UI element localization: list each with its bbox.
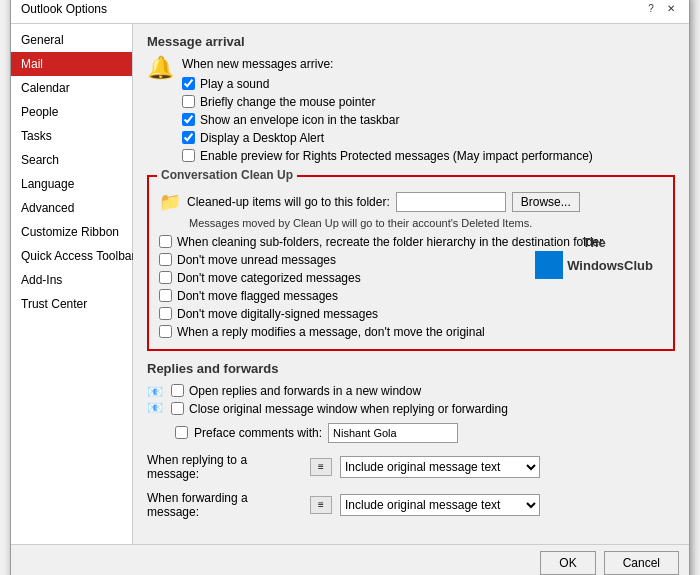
open-reply-label: Open replies and forwards in a new windo… bbox=[189, 384, 421, 398]
play-sound-option[interactable]: Play a sound bbox=[182, 77, 593, 91]
watermark-logo: The WindowsClub bbox=[535, 235, 653, 282]
flagged-option[interactable]: Don't move flagged messages bbox=[159, 289, 663, 303]
sidebar-item-people[interactable]: People bbox=[11, 100, 132, 124]
open-reply-checkbox[interactable] bbox=[171, 384, 184, 397]
arrival-row: 🔔 When new messages arrive: Play a sound… bbox=[147, 57, 675, 163]
outlook-options-dialog: Outlook Options ? ✕ General Mail Calenda… bbox=[10, 0, 690, 575]
signed-option[interactable]: Don't move digitally-signed messages bbox=[159, 307, 663, 321]
play-sound-label: Play a sound bbox=[200, 77, 269, 91]
close-button[interactable]: ✕ bbox=[663, 1, 679, 17]
preface-input[interactable] bbox=[328, 423, 458, 443]
folder-input[interactable] bbox=[396, 192, 506, 212]
forward-dropdown-label: When forwarding a message: bbox=[147, 491, 302, 519]
categorized-label: Don't move categorized messages bbox=[177, 271, 361, 285]
dialog-body: General Mail Calendar People Tasks Searc… bbox=[11, 24, 689, 544]
sidebar-item-quick-access[interactable]: Quick Access Toolbar bbox=[11, 244, 132, 268]
mouse-pointer-option[interactable]: Briefly change the mouse pointer bbox=[182, 95, 593, 109]
envelope-icon-label: Show an envelope icon in the taskbar bbox=[200, 113, 399, 127]
close-original-checkbox[interactable] bbox=[171, 402, 184, 415]
sidebar-item-search[interactable]: Search bbox=[11, 148, 132, 172]
forward-dropdown-row: When forwarding a message: ≡ Include ori… bbox=[147, 491, 675, 519]
sidebar-item-advanced[interactable]: Advanced bbox=[11, 196, 132, 220]
dialog-footer: OK Cancel bbox=[11, 544, 689, 576]
sidebar-item-customize-ribbon[interactable]: Customize Ribbon bbox=[11, 220, 132, 244]
signed-checkbox[interactable] bbox=[159, 307, 172, 320]
reply-modifies-checkbox[interactable] bbox=[159, 325, 172, 338]
watermark: The WindowsClub bbox=[535, 235, 653, 282]
reply-dropdown-label: When replying to a message: bbox=[147, 453, 302, 481]
sidebar-item-trust-center[interactable]: Trust Center bbox=[11, 292, 132, 316]
subfolder-checkbox[interactable] bbox=[159, 235, 172, 248]
help-button[interactable]: ? bbox=[643, 1, 659, 17]
reply-dropdown-row: When replying to a message: ≡ Include or… bbox=[147, 453, 675, 481]
dialog-title: Outlook Options bbox=[21, 2, 107, 16]
main-content: Message arrival 🔔 When new messages arri… bbox=[133, 24, 689, 544]
rights-protected-option[interactable]: Enable preview for Rights Protected mess… bbox=[182, 149, 593, 163]
watermark-line1: The bbox=[583, 235, 606, 252]
sidebar-item-general[interactable]: General bbox=[11, 28, 132, 52]
replies-title: Replies and forwards bbox=[147, 361, 675, 376]
title-bar-controls: ? ✕ bbox=[643, 1, 679, 17]
preface-label: Preface comments with: bbox=[194, 426, 322, 440]
bell-icon: 🔔 bbox=[147, 55, 174, 81]
flagged-checkbox[interactable] bbox=[159, 289, 172, 302]
ok-button[interactable]: OK bbox=[540, 551, 595, 575]
arrival-label: When new messages arrive: bbox=[182, 57, 593, 71]
rights-protected-checkbox[interactable] bbox=[182, 149, 195, 162]
reply-modifies-option[interactable]: When a reply modifies a message, don't m… bbox=[159, 325, 663, 339]
mouse-pointer-label: Briefly change the mouse pointer bbox=[200, 95, 375, 109]
play-sound-checkbox[interactable] bbox=[182, 77, 195, 90]
desktop-alert-label: Display a Desktop Alert bbox=[200, 131, 324, 145]
flagged-label: Don't move flagged messages bbox=[177, 289, 338, 303]
watermark-area: When cleaning sub-folders, recreate the … bbox=[159, 235, 663, 339]
browse-button[interactable]: Browse... bbox=[512, 192, 580, 212]
arrival-options: When new messages arrive: Play a sound B… bbox=[182, 57, 593, 163]
reply-dropdown[interactable]: Include original message text Do not inc… bbox=[340, 456, 540, 478]
cancel-button[interactable]: Cancel bbox=[604, 551, 679, 575]
close-original-label: Close original message window when reply… bbox=[189, 402, 508, 416]
conversation-cleanup-title: Conversation Clean Up bbox=[157, 168, 297, 182]
sidebar-item-mail[interactable]: Mail bbox=[11, 52, 132, 76]
sidebar-item-addins[interactable]: Add-Ins bbox=[11, 268, 132, 292]
sidebar-item-tasks[interactable]: Tasks bbox=[11, 124, 132, 148]
envelope-icon-option[interactable]: Show an envelope icon in the taskbar bbox=[182, 113, 593, 127]
rights-protected-label: Enable preview for Rights Protected mess… bbox=[200, 149, 593, 163]
forward-msg-icon: ≡ bbox=[310, 496, 332, 514]
title-bar: Outlook Options ? ✕ bbox=[11, 0, 689, 24]
reply-icon-2: 📧 bbox=[147, 400, 163, 415]
reply-msg-icon: ≡ bbox=[310, 458, 332, 476]
desktop-alert-option[interactable]: Display a Desktop Alert bbox=[182, 131, 593, 145]
close-original-option[interactable]: Close original message window when reply… bbox=[171, 402, 508, 416]
replies-rows: 📧 📧 Open replies and forwards in a new w… bbox=[147, 384, 675, 519]
conversation-cleanup-section: Conversation Clean Up 📁 Cleaned-up items… bbox=[147, 175, 675, 351]
message-arrival-title: Message arrival bbox=[147, 34, 675, 49]
sidebar: General Mail Calendar People Tasks Searc… bbox=[11, 24, 133, 544]
signed-label: Don't move digitally-signed messages bbox=[177, 307, 378, 321]
open-reply-option[interactable]: Open replies and forwards in a new windo… bbox=[171, 384, 508, 398]
categorized-checkbox[interactable] bbox=[159, 271, 172, 284]
sidebar-item-calendar[interactable]: Calendar bbox=[11, 76, 132, 100]
folder-label: Cleaned-up items will go to this folder: bbox=[187, 195, 390, 209]
forward-icon-wrap: ≡ bbox=[310, 496, 332, 514]
unread-checkbox[interactable] bbox=[159, 253, 172, 266]
preface-row: Preface comments with: bbox=[147, 423, 675, 443]
reply-icon-1: 📧 bbox=[147, 384, 163, 399]
folder-icon: 📁 bbox=[159, 191, 181, 213]
reply-modifies-label: When a reply modifies a message, don't m… bbox=[177, 325, 485, 339]
preface-checkbox[interactable] bbox=[175, 426, 188, 439]
forward-dropdown[interactable]: Include original message text Do not inc… bbox=[340, 494, 540, 516]
sidebar-item-language[interactable]: Language bbox=[11, 172, 132, 196]
message-arrival-section: Message arrival 🔔 When new messages arri… bbox=[147, 34, 675, 163]
open-reply-row: 📧 📧 Open replies and forwards in a new w… bbox=[147, 384, 675, 416]
unread-label: Don't move unread messages bbox=[177, 253, 336, 267]
replies-section: Replies and forwards 📧 📧 Open replies an… bbox=[147, 361, 675, 519]
folder-row: 📁 Cleaned-up items will go to this folde… bbox=[159, 191, 663, 213]
reply-icon-wrap: ≡ bbox=[310, 458, 332, 476]
watermark-line2: WindowsClub bbox=[567, 258, 653, 275]
desktop-alert-checkbox[interactable] bbox=[182, 131, 195, 144]
envelope-icon-checkbox[interactable] bbox=[182, 113, 195, 126]
blue-square-icon bbox=[535, 251, 563, 279]
cleanup-info-text: Messages moved by Clean Up will go to th… bbox=[189, 217, 663, 229]
mouse-pointer-checkbox[interactable] bbox=[182, 95, 195, 108]
